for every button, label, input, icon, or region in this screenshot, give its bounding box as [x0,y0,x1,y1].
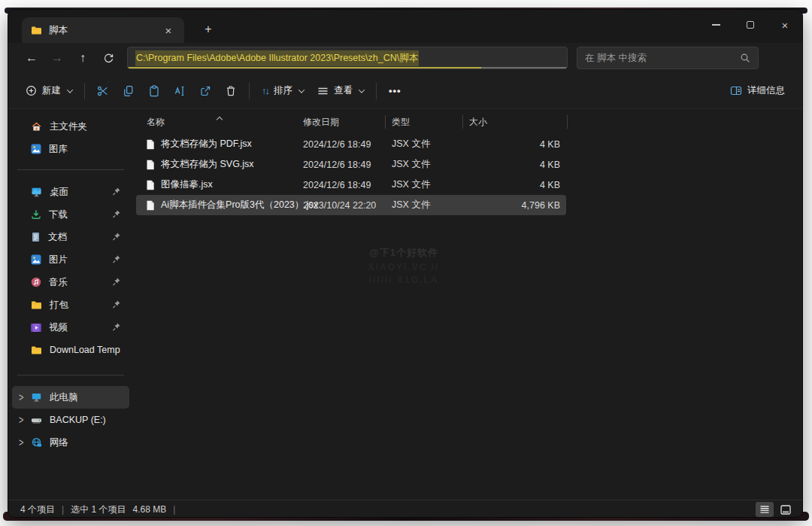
back-button[interactable]: ← [19,47,44,69]
address-input[interactable]: C:\Program Files\Adobe\Adobe Illustrator… [127,47,568,69]
share-icon [199,85,211,97]
drive-icon [31,415,42,425]
column-header-modified[interactable]: 修改日期 [298,116,385,129]
maximize-icon [747,21,754,29]
pin-icon [112,187,121,196]
forward-button: → [44,47,70,69]
search-input[interactable]: 在 脚本 中搜索 [577,47,759,69]
sort-arrows-icon: ↑↓ [262,85,268,96]
file-type: JSX 文件 [385,199,462,211]
sidebar-item-label: 音乐 [49,276,68,289]
details-view-toggle[interactable] [756,502,774,517]
column-header-label: 类型 [392,117,410,127]
chevron-right-icon[interactable]: > [19,414,23,426]
trash-icon [225,85,237,97]
chevron-right-icon[interactable]: > [19,391,23,403]
pc-icon [31,392,42,403]
explorer-tab[interactable]: 脚本 × [22,17,184,43]
sidebar-item-dapack-folder[interactable]: 打包 [12,293,129,316]
copy-button[interactable] [116,78,141,104]
column-header-size[interactable]: 大小 [462,116,568,129]
column-header-label: 名称 [147,117,165,127]
folder-icon [31,26,42,35]
column-header-name[interactable]: 名称 [133,116,298,129]
video-icon [31,323,41,333]
sidebar-item-download-temp-folder[interactable]: DownLoad Temp [12,339,129,361]
watermark-line: XIAOYI.VC // [336,262,471,272]
column-separator[interactable] [462,115,463,129]
address-bar-row: ← → ↑ C:\Program Files\Adobe\Adobe Illus… [8,43,802,73]
file-row[interactable]: 将文档存储为 SVG.jsx 2024/12/6 18:49 JSX 文件 4 … [136,154,566,175]
sidebar-item-gallery[interactable]: 图库 [12,138,129,160]
sidebar-item-this-pc[interactable]: > 此电脑 [12,386,129,409]
sidebar-divider [17,375,124,375]
up-button[interactable]: ↑ [70,47,95,69]
thumbnail-view-toggle[interactable] [777,502,795,517]
main-area: 主文件夹 图库 桌面 [8,109,802,500]
paste-button[interactable] [141,78,167,104]
delete-button[interactable] [218,78,244,104]
sidebar-item-network[interactable]: > 网络 [12,431,129,454]
toolbar-separator [249,83,250,99]
sidebar-item-documents[interactable]: 文档 [12,226,129,248]
sidebar-item-videos[interactable]: 视频 [12,316,129,339]
home-icon [31,121,42,132]
file-size: 4 KB [462,139,560,150]
refresh-button[interactable] [95,47,121,69]
file-type: JSX 文件 [385,138,462,151]
file-row[interactable]: 将文档存储为 PDF.jsx 2024/12/6 18:49 JSX 文件 4 … [136,134,566,154]
pin-icon [112,254,121,264]
maximize-button[interactable] [733,10,768,40]
selection-size: 4.68 MB [132,504,166,515]
view-button-label: 查看 [334,84,353,97]
file-list-area: 名称 修改日期 类型 大小 将文档存储为 PDF.jsx [133,109,802,500]
file-icon [145,160,155,170]
details-pane-label: 详细信息 [747,84,785,97]
sidebar-item-music[interactable]: 音乐 [12,271,129,293]
file-icon [145,200,155,211]
address-rest-underline [481,67,567,68]
address-accent-underline [128,67,481,68]
gallery-icon [31,144,41,154]
close-button[interactable]: × [768,10,802,40]
sort-ascending-icon [217,116,223,122]
file-modified: 2024/12/6 18:49 [298,180,385,190]
cut-button[interactable] [90,78,116,104]
sidebar-item-label: 文档 [48,231,67,244]
column-header-label: 大小 [469,117,487,127]
sidebar-item-downloads[interactable]: 下载 [12,203,129,226]
tab-title: 脚本 [49,24,153,37]
sidebar-item-desktop[interactable]: 桌面 [12,181,129,203]
paste-icon [148,85,160,97]
view-button[interactable]: 查看 [311,78,371,104]
watermark: @下1个好软件 XIAOYI.VC // ////// X1G.LA [336,246,471,285]
column-separator[interactable] [385,115,386,129]
sidebar-item-pictures[interactable]: 图片 [12,248,129,271]
title-bar: 脚本 × + × [8,10,802,43]
details-pane-toggle[interactable]: 详细信息 [723,78,792,104]
more-options-button[interactable]: ••• [382,78,408,104]
file-row-selected[interactable]: Ai脚本插件合集Pro版3代（2023）.jsx 2023/10/24 22:2… [136,195,566,215]
items-count: 4 个项目 [20,503,55,516]
column-headers: 名称 修改日期 类型 大小 [133,112,568,132]
sidebar-item-home[interactable]: 主文件夹 [12,115,129,138]
tab-close-button[interactable]: × [160,22,177,38]
column-separator[interactable] [567,115,568,129]
chevron-right-icon[interactable]: > [19,436,23,448]
navigation-sidebar: 主文件夹 图库 桌面 [8,109,133,500]
column-header-type[interactable]: 类型 [385,116,462,129]
file-row[interactable]: 图像描摹.jsx 2024/12/6 18:49 JSX 文件 4 KB [136,175,566,195]
file-name: Ai脚本插件合集Pro版3代（2023）.jsx [161,199,318,211]
document-icon [31,232,41,242]
sidebar-item-label: 主文件夹 [50,120,87,133]
rename-button[interactable] [167,78,192,104]
sort-button[interactable]: ↑↓ 排序 [255,78,311,104]
share-button[interactable] [192,78,218,104]
sidebar-item-label: BACKUP (E:) [50,415,106,425]
new-button[interactable]: 新建 [19,78,79,104]
new-tab-button[interactable]: + [198,20,219,39]
new-button-label: 新建 [42,84,61,97]
minimize-button[interactable] [698,10,733,40]
copy-icon [123,85,135,97]
sidebar-item-backup-drive[interactable]: > BACKUP (E:) [12,409,129,431]
